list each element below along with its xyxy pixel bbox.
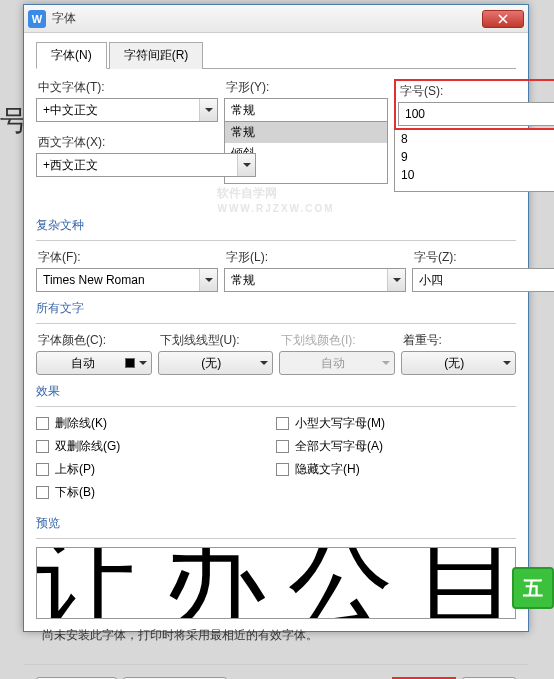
underline-color-label: 下划线颜色(I):: [279, 332, 395, 349]
underline-button[interactable]: (无): [158, 351, 274, 375]
complex-size-input[interactable]: [413, 269, 554, 291]
underline-label: 下划线线型(U):: [158, 332, 274, 349]
preview-title: 预览: [36, 515, 516, 532]
size-top-input[interactable]: [399, 103, 554, 125]
checkbox-icon: [36, 486, 49, 499]
complex-font-label: 字体(F):: [36, 249, 218, 266]
chevron-down-icon: [139, 359, 147, 367]
chevron-down-icon: [260, 359, 268, 367]
titlebar: W 字体: [24, 5, 528, 33]
complex-style-combo[interactable]: [224, 268, 406, 292]
chinese-font-label: 中文字体(T):: [36, 79, 218, 96]
style-top-input[interactable]: [225, 99, 387, 121]
color-swatch-icon: [125, 358, 135, 368]
complex-style-input[interactable]: [225, 269, 387, 291]
chk-all-caps[interactable]: 全部大写字母(A): [276, 438, 516, 455]
chk-strikethrough[interactable]: 删除线(K): [36, 415, 276, 432]
complex-font-arrow[interactable]: [199, 269, 217, 291]
chinese-font-combo[interactable]: [36, 98, 218, 122]
font-color-button[interactable]: 自动: [36, 351, 152, 375]
western-font-combo[interactable]: [36, 153, 256, 177]
chevron-down-icon: [503, 359, 511, 367]
window-title: 字体: [52, 10, 482, 27]
tab-font[interactable]: 字体(N): [36, 42, 107, 69]
style-top-combo[interactable]: [224, 98, 388, 122]
emphasis-button[interactable]: (无): [401, 351, 517, 375]
size-option-9[interactable]: 9: [395, 148, 554, 166]
complex-title: 复杂文种: [36, 217, 516, 234]
chevron-down-icon: [382, 359, 390, 367]
western-font-input[interactable]: [37, 154, 237, 176]
checkbox-icon: [276, 463, 289, 476]
emphasis-label: 着重号:: [401, 332, 517, 349]
watermark: 软件自学网 WWW.RJZXW.COM: [217, 177, 334, 214]
complex-font-input[interactable]: [37, 269, 199, 291]
font-dialog: W 字体 字体(N) 字符间距(R) 中文字体(T): 字形(Y):: [23, 4, 529, 632]
tab-bar: 字体(N) 字符间距(R): [36, 41, 516, 69]
complex-size-combo[interactable]: [412, 268, 554, 292]
size-top-label: 字号(S):: [398, 83, 554, 100]
font-note: 尚未安装此字体，打印时将采用最相近的有效字体。: [42, 627, 516, 644]
chk-hidden[interactable]: 隐藏文字(H): [276, 461, 516, 478]
checkbox-icon: [36, 463, 49, 476]
size-highlight-box: 字号(S):: [394, 79, 554, 130]
complex-font-combo[interactable]: [36, 268, 218, 292]
close-button[interactable]: [482, 10, 524, 28]
chinese-font-input[interactable]: [37, 99, 199, 121]
chk-small-caps[interactable]: 小型大写字母(M): [276, 415, 516, 432]
western-font-label: 西文字体(X):: [36, 134, 256, 151]
style-top-label: 字形(Y):: [224, 79, 388, 96]
western-font-arrow[interactable]: [237, 154, 255, 176]
tab-char-spacing[interactable]: 字符间距(R): [109, 42, 204, 69]
checkbox-icon: [36, 417, 49, 430]
font-color-label: 字体颜色(C):: [36, 332, 152, 349]
underline-color-button: 自动: [279, 351, 395, 375]
chk-superscript[interactable]: 上标(P): [36, 461, 276, 478]
size-top-combo[interactable]: [398, 102, 554, 126]
chinese-font-arrow[interactable]: [199, 99, 217, 121]
app-icon: W: [28, 10, 46, 28]
button-bar: 默认(D)... 文本效果(E)... 确定 取消: [24, 664, 528, 679]
complex-style-arrow[interactable]: [387, 269, 405, 291]
close-icon: [498, 14, 508, 24]
alltext-title: 所有文字: [36, 300, 516, 317]
preview-text: 让 办 公 目: [36, 547, 516, 619]
preview-box: 让 办 公 目: [36, 547, 516, 619]
checkbox-icon: [36, 440, 49, 453]
complex-style-label: 字形(L):: [224, 249, 406, 266]
chk-subscript[interactable]: 下标(B): [36, 484, 276, 501]
effects-title: 效果: [36, 383, 516, 400]
size-option-8[interactable]: 8: [395, 130, 554, 148]
checkbox-icon: [276, 440, 289, 453]
complex-size-label: 字号(Z):: [412, 249, 554, 266]
chk-double-strikethrough[interactable]: 双删除线(G): [36, 438, 276, 455]
ime-indicator[interactable]: 五: [512, 567, 554, 609]
checkbox-icon: [276, 417, 289, 430]
